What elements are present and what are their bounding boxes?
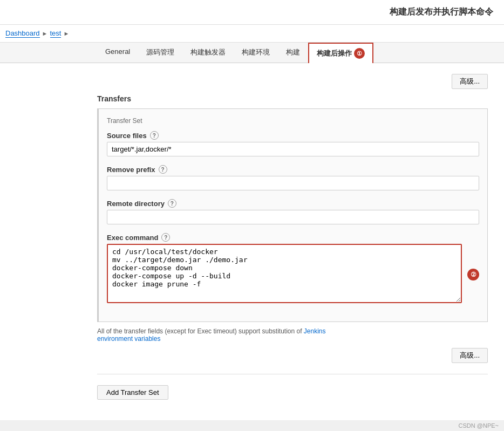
source-files-label: Source files ? (107, 131, 479, 140)
bottom-toolbar: 高级... (97, 348, 488, 363)
exec-command-label-text: Exec command (107, 234, 158, 242)
tab-post-build-label: 构建后操作 (317, 49, 352, 58)
remove-prefix-label: Remove prefix ? (107, 165, 479, 174)
info-text-before: All of the transfer fields (except for E… (97, 327, 304, 335)
breadcrumb-dashboard[interactable]: Dashboard (5, 29, 40, 38)
transfer-set-box: Transfer Set Source files ? Remove prefi… (97, 108, 488, 322)
remove-prefix-group: Remove prefix ? (107, 165, 479, 190)
remove-prefix-input[interactable] (107, 176, 479, 190)
main-content: General 源码管理 构建触发器 构建环境 构建 构建后操作 ① 高级...… (0, 43, 504, 420)
tab-post-build-badge: ① (354, 48, 365, 59)
remote-directory-label-text: Remote directory (107, 200, 165, 208)
tab-build-env[interactable]: 构建环境 (234, 43, 278, 63)
remote-directory-group: Remote directory ? (107, 199, 479, 224)
exec-command-label: Exec command ? (107, 233, 479, 242)
tab-build-trigger[interactable]: 构建触发器 (182, 43, 234, 63)
watermark: CSDN @NPE~ (0, 420, 504, 431)
tab-post-build[interactable]: 构建后操作 ① (308, 43, 373, 63)
tab-build[interactable]: 构建 (278, 43, 308, 63)
exec-command-group: Exec command ? ② (107, 233, 479, 305)
breadcrumb-separator-1: ► (42, 30, 48, 37)
tab-general[interactable]: General (97, 43, 138, 63)
watermark-text: CSDN @NPE~ (459, 422, 499, 429)
add-transfer-set-button[interactable]: Add Transfer Set (97, 385, 168, 400)
advanced-button-bottom[interactable]: 高级... (452, 348, 488, 363)
tab-source-mgmt[interactable]: 源码管理 (138, 43, 182, 63)
source-files-help-icon[interactable]: ? (150, 131, 159, 140)
content-area: 高级... Transfers Transfer Set Source file… (0, 63, 504, 411)
env-variables-link[interactable]: environment variables (97, 335, 160, 343)
info-text: All of the transfer fields (except for E… (97, 327, 488, 343)
remote-directory-input[interactable] (107, 210, 479, 224)
jenkins-link[interactable]: Jenkins (304, 327, 326, 335)
remove-prefix-label-text: Remove prefix (107, 166, 155, 174)
breadcrumb-project[interactable]: test (50, 29, 62, 38)
source-files-group: Source files ? (107, 131, 479, 156)
transfer-set-title: Transfer Set (107, 117, 479, 125)
source-files-label-text: Source files (107, 132, 147, 140)
source-files-input[interactable] (107, 142, 479, 156)
breadcrumb-separator-2: ► (63, 30, 69, 37)
exec-command-textarea[interactable] (107, 244, 462, 303)
transfers-section-label: Transfers (97, 94, 488, 103)
remote-directory-help-icon[interactable]: ? (168, 199, 176, 208)
page-title: 构建后发布并执行脚本命令 (390, 7, 493, 16)
advanced-button-top[interactable]: 高级... (452, 74, 488, 89)
top-bar: 构建后发布并执行脚本命令 (0, 0, 504, 25)
tab-bar: General 源码管理 构建触发器 构建环境 构建 构建后操作 ① (0, 43, 504, 63)
exec-command-help-icon[interactable]: ? (161, 233, 170, 242)
top-toolbar: 高级... (97, 74, 488, 89)
remove-prefix-help-icon[interactable]: ? (159, 165, 167, 174)
remote-directory-label: Remote directory ? (107, 199, 479, 208)
exec-command-badge: ② (467, 269, 479, 281)
breadcrumb: Dashboard ► test ► (0, 25, 504, 43)
